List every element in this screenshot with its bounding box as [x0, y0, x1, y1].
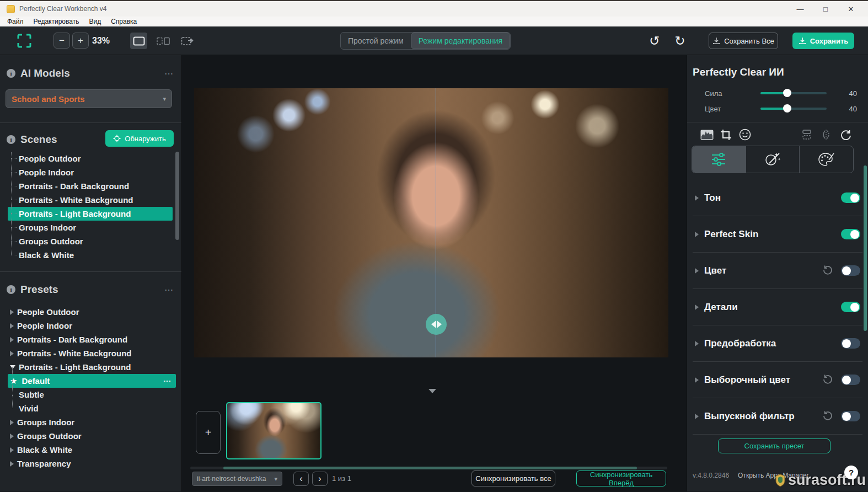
- chevron-collapsed-icon[interactable]: [695, 304, 699, 310]
- save-button[interactable]: Сохранить: [792, 33, 854, 49]
- detect-button[interactable]: Обнаружить: [105, 130, 174, 147]
- undo-icon[interactable]: ↺: [645, 31, 664, 50]
- chevron-expanded-icon[interactable]: [10, 365, 15, 369]
- preset-item[interactable]: Transparency: [8, 457, 176, 470]
- reset-icon[interactable]: [822, 264, 833, 277]
- crop-icon[interactable]: [718, 127, 733, 142]
- chevron-collapsed-icon[interactable]: [10, 309, 14, 315]
- chevron-collapsed-icon[interactable]: [695, 414, 699, 419]
- reset-icon[interactable]: [822, 373, 833, 387]
- flip-vertical-icon[interactable]: [799, 127, 815, 142]
- slider-thumb[interactable]: [783, 104, 791, 113]
- preset-item[interactable]: ★Default⋯: [8, 374, 176, 388]
- scene-item[interactable]: Groups Outdoor: [8, 234, 173, 248]
- face-icon[interactable]: [737, 127, 753, 142]
- tab-adjustments[interactable]: [692, 146, 746, 173]
- close-icon[interactable]: ✕: [838, 1, 864, 17]
- scene-item[interactable]: Portraits - White Background: [8, 193, 173, 207]
- toggle-switch[interactable]: [841, 265, 860, 276]
- toggle-switch[interactable]: [841, 338, 860, 349]
- filmstrip-thumbnail[interactable]: [226, 402, 322, 459]
- toggle-switch[interactable]: [841, 411, 860, 421]
- presets-menu-icon[interactable]: ⋯: [164, 285, 174, 295]
- preset-item[interactable]: People Outdoor: [8, 305, 176, 319]
- chevron-collapsed-icon[interactable]: [10, 323, 14, 329]
- chevron-collapsed-icon[interactable]: [10, 447, 14, 453]
- chevron-collapsed-icon[interactable]: [10, 351, 14, 356]
- fit-screen-icon[interactable]: [17, 33, 32, 49]
- menu-item-1[interactable]: Редактировать: [29, 18, 84, 25]
- preset-item[interactable]: Subtle: [8, 388, 176, 402]
- reset-icon[interactable]: [822, 410, 833, 423]
- chevron-collapsed-icon[interactable]: [695, 195, 699, 201]
- prev-image-button[interactable]: ‹: [293, 472, 309, 486]
- slider-track[interactable]: [760, 92, 827, 94]
- maximize-icon[interactable]: □: [813, 1, 838, 17]
- preset-item[interactable]: Portraits - White Background: [8, 346, 176, 360]
- save-preset-button[interactable]: Сохранить пресет: [718, 438, 831, 453]
- preset-menu-icon[interactable]: ⋯: [163, 377, 172, 386]
- simple-mode-button[interactable]: Простой режим: [341, 33, 411, 49]
- scene-item[interactable]: People Outdoor: [8, 152, 173, 165]
- single-view-icon[interactable]: [130, 33, 147, 49]
- favorite-star-icon[interactable]: ★: [10, 376, 17, 386]
- zoom-in-button[interactable]: +: [72, 33, 89, 49]
- minimize-icon[interactable]: —: [787, 1, 813, 17]
- edit-mode-button[interactable]: Режим редактирования: [411, 33, 511, 49]
- info-icon[interactable]: i: [7, 69, 15, 78]
- help-icon[interactable]: ?: [844, 466, 858, 479]
- collapse-filmstrip-icon[interactable]: [428, 389, 436, 393]
- preset-item[interactable]: Vivid: [8, 402, 176, 415]
- scenes-scrollbar[interactable]: [175, 152, 179, 240]
- filmstrip-scrollbar[interactable]: [190, 467, 667, 469]
- ai-models-menu-icon[interactable]: ⋯: [164, 68, 174, 79]
- scene-item[interactable]: Portraits - Dark Background: [8, 179, 173, 193]
- tab-looks[interactable]: [799, 146, 853, 173]
- sync-forward-button[interactable]: Синхронизировать Вперёд: [576, 470, 666, 486]
- chevron-collapsed-icon[interactable]: [695, 268, 699, 274]
- preset-item[interactable]: Portraits - Light Background: [8, 360, 176, 374]
- filmstrip-scrollbar-thumb[interactable]: [223, 467, 637, 469]
- toggle-switch[interactable]: [841, 192, 860, 203]
- chevron-collapsed-icon[interactable]: [695, 232, 699, 237]
- redo-icon[interactable]: ↻: [671, 31, 689, 50]
- info-icon[interactable]: i: [7, 135, 15, 144]
- chevron-collapsed-icon[interactable]: [695, 377, 699, 383]
- chevron-collapsed-icon[interactable]: [10, 420, 14, 425]
- sync-all-button[interactable]: Синхронизировать все: [471, 470, 555, 486]
- preset-item[interactable]: Groups Outdoor: [8, 429, 176, 443]
- scene-item[interactable]: Black & White: [8, 248, 173, 261]
- chevron-collapsed-icon[interactable]: [695, 341, 699, 346]
- preset-item[interactable]: Black & White: [8, 443, 176, 457]
- chevron-collapsed-icon[interactable]: [10, 337, 14, 343]
- scene-item[interactable]: Groups Indoor: [8, 221, 173, 234]
- flip-horizontal-icon[interactable]: [818, 127, 834, 142]
- add-image-button[interactable]: +: [196, 411, 221, 454]
- save-all-button[interactable]: Сохранить Все: [709, 33, 778, 49]
- scene-item[interactable]: People Indoor: [8, 165, 173, 179]
- preset-item[interactable]: Groups Indoor: [8, 415, 176, 429]
- toggle-switch[interactable]: [841, 375, 860, 385]
- toggle-switch[interactable]: [841, 229, 860, 239]
- split-view-icon[interactable]: [154, 33, 172, 49]
- preset-item[interactable]: Portraits - Dark Background: [8, 333, 176, 346]
- ai-model-select[interactable]: School and Sports ▾: [6, 89, 172, 108]
- split-handle[interactable]: [426, 314, 447, 335]
- scene-item[interactable]: Portraits - Light Background: [8, 207, 173, 221]
- toggle-switch[interactable]: [841, 302, 860, 312]
- tab-retouch[interactable]: [746, 146, 800, 173]
- preset-item[interactable]: People Indoor: [8, 319, 176, 333]
- menu-item-3[interactable]: Справка: [106, 18, 142, 25]
- panel-scrollbar[interactable]: [864, 165, 867, 331]
- rotate-icon[interactable]: [838, 127, 854, 142]
- chevron-collapsed-icon[interactable]: [10, 434, 14, 439]
- preview-image[interactable]: [194, 88, 668, 357]
- menu-item-0[interactable]: Файл: [2, 18, 29, 25]
- slider-track[interactable]: [760, 108, 827, 110]
- filename-select[interactable]: ii-art-neiroset-devushka ▾: [192, 472, 282, 486]
- slider-thumb[interactable]: [783, 89, 791, 97]
- info-icon[interactable]: i: [7, 285, 15, 294]
- chevron-collapsed-icon[interactable]: [10, 461, 14, 467]
- next-image-button[interactable]: ›: [312, 472, 328, 486]
- zoom-out-button[interactable]: −: [53, 33, 70, 49]
